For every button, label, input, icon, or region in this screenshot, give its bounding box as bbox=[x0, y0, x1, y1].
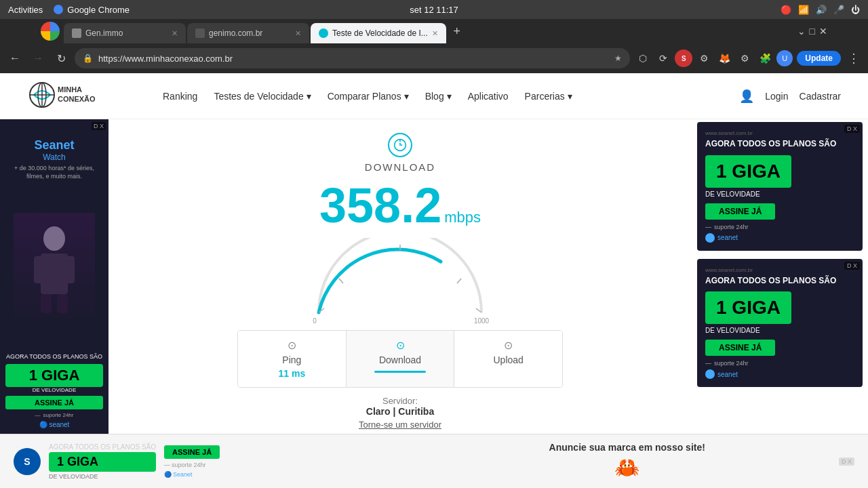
extension-icon-3[interactable]: 🦊 bbox=[715, 49, 733, 67]
url-text: https://www.minhaconexao.com.br bbox=[98, 54, 609, 64]
browser-min[interactable]: ⌄ bbox=[797, 26, 806, 37]
chevron-down-icon-4: ▾ bbox=[568, 91, 572, 102]
mascot-icon: 🦀 bbox=[614, 454, 641, 481]
speedtest-widget: DOWNLOAD 358.2 mbps bbox=[237, 133, 563, 430]
bottom-ad-section-left: S AGORA TODOS OS PLANOS SÃO 1 GIGA DE VE… bbox=[14, 443, 416, 480]
server-label: Servidor: bbox=[359, 396, 441, 406]
nav-comparar[interactable]: Comparar Planos ▾ bbox=[328, 91, 409, 102]
site-nav: MINHA CONEXÃO Ranking Testes de Velocida… bbox=[0, 73, 868, 119]
activities-label[interactable]: Activities bbox=[8, 5, 43, 15]
chevron-down-icon-3: ▾ bbox=[447, 91, 452, 102]
back-button[interactable]: ← bbox=[5, 49, 24, 68]
center-content: DOWNLOAD 358.2 mbps bbox=[108, 119, 692, 434]
download-icon: ⊙ bbox=[396, 339, 405, 352]
browser-menu[interactable]: ⋮ bbox=[845, 48, 863, 68]
server-info: Servidor: Claro | Curitiba Torne-se um s… bbox=[359, 396, 441, 430]
os-bar: Activities Google Chrome set 12 11:17 🔴 … bbox=[0, 0, 868, 19]
announce-title: Anuncie sua marca em nosso site! bbox=[427, 441, 829, 455]
bottom-suporte: — suporte 24hr bbox=[164, 462, 206, 468]
os-network-icon: 📶 bbox=[798, 5, 809, 15]
tab-1[interactable]: Gen.immo ✕ bbox=[64, 23, 186, 43]
svg-text:1000: 1000 bbox=[474, 317, 490, 325]
register-button[interactable]: Cadastrar bbox=[800, 91, 841, 102]
user-icon[interactable]: 👤 bbox=[739, 89, 754, 104]
ad-right-assine-btn-2[interactable]: ASSINE JÁ bbox=[705, 340, 775, 356]
url-bar[interactable]: 🔒 https://www.minhaconexao.com.br ★ bbox=[75, 48, 630, 68]
ad-right-badge-2[interactable]: D X bbox=[844, 262, 860, 270]
ad-giga: 1 GIGA bbox=[5, 364, 103, 387]
tab2-close[interactable]: ✕ bbox=[295, 29, 301, 38]
toolbar-icon-2[interactable]: ⟳ bbox=[654, 49, 672, 67]
bottom-giga-sub: DE VELOVIDADE bbox=[49, 473, 156, 480]
star-icon[interactable]: ★ bbox=[614, 54, 622, 63]
os-power-icon: ⏻ bbox=[851, 5, 860, 15]
ad-suporte: suporte 24hr bbox=[5, 412, 103, 418]
refresh-button[interactable]: ↻ bbox=[52, 49, 71, 68]
svg-rect-10 bbox=[41, 294, 52, 313]
tab1-favicon bbox=[72, 28, 81, 38]
svg-text:CONEXÃO: CONEXÃO bbox=[58, 95, 96, 103]
profile-icon[interactable]: U bbox=[776, 50, 793, 66]
ad-right-suporte-1: — suporte 24hr bbox=[705, 224, 854, 230]
bottom-giga-badge: 1 GIGA bbox=[49, 452, 156, 472]
chrome-logo[interactable] bbox=[41, 22, 60, 41]
tab3-close[interactable]: ✕ bbox=[432, 29, 438, 38]
nav-auth: 👤 Login Cadastrar bbox=[739, 89, 841, 104]
update-button[interactable]: Update bbox=[797, 51, 841, 66]
server-link[interactable]: Torne-se um servidor bbox=[359, 420, 441, 430]
ad-right-logo-2: seanet bbox=[705, 369, 854, 379]
bottom-seanet-logo: 🔵 Seanet bbox=[164, 471, 193, 478]
metric-download[interactable]: ⊙ Download bbox=[347, 331, 455, 387]
nav-parcerias[interactable]: Parcerias ▾ bbox=[525, 91, 572, 102]
ad-left: D X Seanet Watch + de 30.000 horas* de s… bbox=[0, 119, 108, 434]
svg-line-16 bbox=[457, 279, 461, 283]
server-name: Claro | Curitiba bbox=[359, 406, 441, 417]
lock-icon: 🔒 bbox=[83, 54, 93, 63]
bottom-ad-badge-area: D X bbox=[839, 458, 854, 466]
metric-ping[interactable]: ⊙ Ping 11 ms bbox=[238, 331, 347, 387]
bottom-ad-info: AGORA TODOS OS PLANOS SÃO 1 GIGA DE VELO… bbox=[49, 443, 156, 480]
tab2-favicon bbox=[195, 28, 205, 38]
seanet-logo-icon-2 bbox=[705, 369, 715, 379]
nav-blog[interactable]: Blog ▾ bbox=[425, 91, 452, 102]
os-volume-icon: 🔊 bbox=[816, 5, 827, 15]
toolbar-icon-1[interactable]: ⬡ bbox=[634, 49, 652, 67]
gauge-container: 0 1000 bbox=[298, 238, 502, 319]
nav-aplicativo[interactable]: Aplicativo bbox=[468, 91, 509, 102]
extension-icon-4[interactable]: ⚙ bbox=[736, 49, 753, 67]
ping-value: 11 ms bbox=[278, 368, 305, 379]
bottom-assine-btn[interactable]: ASSINE JÁ bbox=[164, 445, 220, 459]
nav-links: Ranking Testes de Velocidade ▾ Comparar … bbox=[163, 91, 719, 102]
new-tab-button[interactable]: + bbox=[448, 22, 467, 41]
ad-assine-btn[interactable]: ASSINE JÁ bbox=[5, 396, 103, 409]
nav-ranking[interactable]: Ranking bbox=[163, 91, 197, 102]
tab3-label: Teste de Velocidade de I... bbox=[332, 28, 428, 38]
bottom-badge: D X bbox=[839, 458, 854, 466]
ad-right-suporte-2: — suporte 24hr bbox=[705, 360, 854, 367]
upload-label: Upload bbox=[493, 354, 523, 365]
browser-max[interactable]: □ bbox=[810, 26, 815, 37]
upload-icon: ⊙ bbox=[504, 339, 513, 352]
ad-right-giga-sub-1: DE VELOVIDADE bbox=[705, 190, 854, 198]
tab3-favicon bbox=[319, 28, 328, 38]
speed-display: 358.2 mbps bbox=[319, 178, 481, 232]
browser-close[interactable]: ✕ bbox=[819, 26, 827, 37]
tab-2[interactable]: genimo.com.br ✕ bbox=[187, 23, 309, 43]
extensions-icon[interactable]: 🧩 bbox=[756, 49, 774, 67]
tab1-close[interactable]: ✕ bbox=[172, 29, 178, 38]
forward-button[interactable]: → bbox=[28, 49, 47, 68]
ad-badge-left[interactable]: D X bbox=[92, 122, 106, 130]
login-button[interactable]: Login bbox=[765, 91, 788, 102]
ad-right-title-2: AGORA TODOS OS PLANOS SÃO bbox=[705, 276, 854, 287]
site-logo[interactable]: MINHA CONEXÃO bbox=[27, 80, 129, 113]
nav-testes[interactable]: Testes de Velocidade ▾ bbox=[214, 91, 311, 102]
extension-icon-1[interactable]: S bbox=[675, 49, 692, 67]
tab-3[interactable]: Teste de Velocidade de I... ✕ bbox=[311, 23, 446, 43]
extension-icon-2[interactable]: ⚙ bbox=[695, 49, 713, 67]
ad-right-source-1: www.seanet.com.br bbox=[705, 130, 854, 136]
ad-right-assine-btn-1[interactable]: ASSINE JÁ bbox=[705, 203, 775, 220]
gauge-svg: 0 1000 bbox=[298, 238, 502, 326]
ad-right-badge-1[interactable]: D X bbox=[844, 125, 860, 133]
svg-point-6 bbox=[43, 226, 65, 251]
metric-upload[interactable]: ⊙ Upload bbox=[454, 331, 562, 387]
